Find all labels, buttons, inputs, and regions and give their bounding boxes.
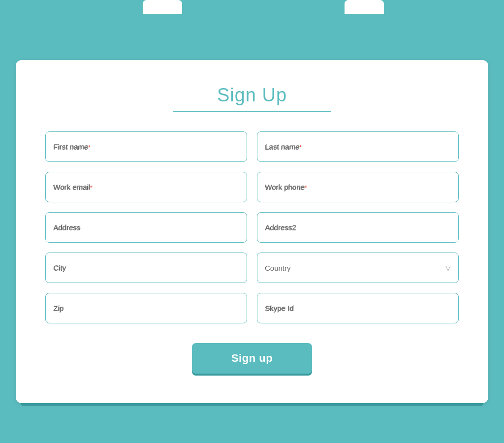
city-field: City bbox=[45, 253, 247, 283]
address2-field: Address2 bbox=[257, 212, 459, 243]
title-underline bbox=[173, 111, 331, 112]
signup-form: First name* Last name* Work email* bbox=[45, 131, 459, 374]
tab-shape-right bbox=[345, 0, 384, 14]
first-name-field: First name* bbox=[45, 131, 247, 162]
address2-input[interactable] bbox=[257, 212, 459, 243]
work-email-field: Work email* bbox=[45, 172, 247, 202]
form-grid: First name* Last name* Work email* bbox=[45, 131, 459, 323]
work-phone-field: Work phone* bbox=[257, 172, 459, 202]
last-name-field: Last name* bbox=[257, 131, 459, 162]
tab-shape-left bbox=[143, 0, 182, 14]
page-title: Sign Up bbox=[45, 85, 459, 106]
work-phone-input[interactable] bbox=[257, 172, 459, 202]
last-name-input[interactable] bbox=[257, 131, 459, 162]
city-input[interactable] bbox=[45, 253, 247, 283]
work-email-input[interactable] bbox=[45, 172, 247, 202]
skype-id-field: Skype Id bbox=[257, 293, 459, 323]
submit-row: Sign up bbox=[45, 343, 459, 374]
signup-button[interactable]: Sign up bbox=[192, 343, 312, 374]
country-select[interactable]: United StatesUnited KingdomCanadaAustral… bbox=[257, 253, 459, 283]
country-field: United StatesUnited KingdomCanadaAustral… bbox=[257, 253, 459, 283]
first-name-input[interactable] bbox=[45, 131, 247, 162]
page-wrapper: Sign Up First name* Last name* bbox=[0, 0, 504, 443]
signup-card: Sign Up First name* Last name* bbox=[16, 60, 488, 403]
card-bottom-border bbox=[21, 403, 483, 406]
zip-field: Zip bbox=[45, 293, 247, 323]
zip-input[interactable] bbox=[45, 293, 247, 323]
address-input[interactable] bbox=[45, 212, 247, 243]
skype-id-input[interactable] bbox=[257, 293, 459, 323]
address-field: Address bbox=[45, 212, 247, 243]
